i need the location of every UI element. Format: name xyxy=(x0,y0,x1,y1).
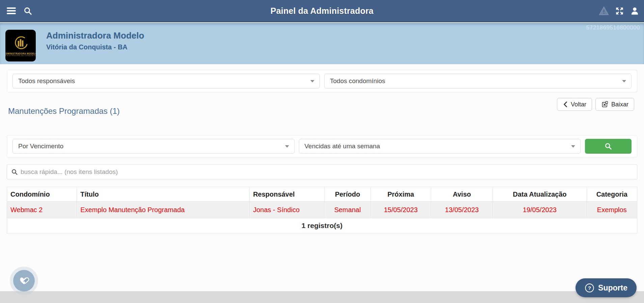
download-button[interactable]: Baixar xyxy=(595,98,634,111)
cell-aviso: 13/05/2023 xyxy=(431,202,493,218)
support-button-label: Suporte xyxy=(598,283,627,293)
section-title: Manutenções Programadas (1) xyxy=(8,106,120,116)
col-titulo: Título xyxy=(77,187,250,202)
help-icon: ? xyxy=(585,283,594,293)
col-condominio: Condomínio xyxy=(7,187,77,202)
bottom-gray-bar xyxy=(0,291,644,303)
chevron-down-icon xyxy=(285,145,289,148)
table-footer-row: 1 registro(s) xyxy=(7,218,637,233)
record-count: 1 registro(s) xyxy=(7,218,637,233)
company-name: Administradora Modelo xyxy=(46,30,144,41)
company-names: Administradora Modelo Vitória da Conquis… xyxy=(46,30,144,51)
due-filter-select-value: Vencidas até uma semana xyxy=(305,143,380,150)
filters-list-panel: Por Vencimento Vencidas até uma semana xyxy=(7,135,637,157)
download-button-label: Baixar xyxy=(611,101,628,108)
app-root: Painel da Administradora xyxy=(0,0,644,303)
search-icon[interactable] xyxy=(23,6,32,16)
cell-data-atualizacao: 19/05/2023 xyxy=(493,202,587,218)
spreadsheet-file-icon xyxy=(601,101,608,108)
back-button-label: Voltar xyxy=(571,101,586,108)
top-navbar: Painel da Administradora xyxy=(0,0,644,22)
company-header: ADMINISTRADORA MODELO ADMINISTRADORA DE … xyxy=(0,23,644,64)
col-responsavel: Responsável xyxy=(250,187,325,202)
logo-subtitle: ADMINISTRADORA DE CONDOMÍNIOS xyxy=(5,55,36,56)
col-categoria: Categoria xyxy=(587,187,637,202)
apply-search-button[interactable] xyxy=(585,139,632,154)
quick-search-box xyxy=(7,165,637,179)
cell-categoria: Exemplos xyxy=(587,202,637,218)
table-header-row: Condomínio Título Responsável Período Pr… xyxy=(7,187,637,202)
navbar-right-group xyxy=(599,6,639,16)
order-by-select-value: Por Vencimento xyxy=(18,143,63,150)
logo-title: ADMINISTRADORA MODELO xyxy=(5,52,36,55)
condominium-select-value: Todos condomínios xyxy=(330,77,385,85)
support-button[interactable]: ? Suporte xyxy=(576,278,637,297)
due-filter-select[interactable]: Vencidas até uma semana xyxy=(299,139,581,154)
col-aviso: Aviso xyxy=(431,187,493,202)
svg-text:?: ? xyxy=(588,285,591,291)
search-icon xyxy=(604,142,612,150)
condominium-select[interactable]: Todos condomínios xyxy=(324,74,632,89)
col-data-atualizacao: Data Atualização xyxy=(493,187,587,202)
navbar-left-group xyxy=(7,6,32,16)
chevron-down-icon xyxy=(622,80,626,82)
hamburger-bars xyxy=(7,7,16,14)
menu-icon[interactable] xyxy=(7,7,16,14)
responsible-select[interactable]: Todos responsáveis xyxy=(12,74,320,89)
warning-icon xyxy=(599,6,609,16)
fullscreen-icon[interactable] xyxy=(615,6,624,16)
table-row[interactable]: Webmac 2 Exemplo Manutenção Programada J… xyxy=(7,202,637,218)
cell-responsavel: Jonas - Síndico xyxy=(250,202,325,218)
chevron-down-icon xyxy=(571,145,575,148)
cell-proxima: 15/05/2023 xyxy=(370,202,431,218)
user-icon[interactable] xyxy=(630,6,639,16)
chevron-left-icon xyxy=(563,101,568,107)
search-icon xyxy=(11,169,18,175)
order-by-select[interactable]: Por Vencimento xyxy=(12,139,295,154)
cell-periodo: Semanal xyxy=(325,202,370,218)
watermark-number: 5721869516800000 xyxy=(586,24,640,31)
col-periodo: Período xyxy=(325,187,370,202)
building-icon xyxy=(11,35,30,52)
cell-condominio: Webmac 2 xyxy=(7,202,77,218)
company-location: Vitória da Conquista - BA xyxy=(46,43,144,51)
health-widget-button[interactable] xyxy=(13,270,35,292)
heart-pill-icon xyxy=(18,274,30,287)
chevron-down-icon xyxy=(310,80,314,82)
cell-titulo: Exemplo Manutenção Programada xyxy=(77,202,250,218)
responsible-select-value: Todos responsáveis xyxy=(18,77,75,85)
back-button[interactable]: Voltar xyxy=(557,98,592,111)
col-proxima: Próxima xyxy=(370,187,431,202)
quick-search-input[interactable] xyxy=(21,168,633,176)
company-logo: ADMINISTRADORA MODELO ADMINISTRADORA DE … xyxy=(5,30,36,61)
toolbar-actions: Voltar Baixar xyxy=(557,98,634,111)
maintenance-table: Condomínio Título Responsável Período Pr… xyxy=(7,187,637,233)
page-title: Painel da Administradora xyxy=(0,6,644,16)
filters-top-panel: Todos responsáveis Todos condomínios xyxy=(7,70,637,92)
